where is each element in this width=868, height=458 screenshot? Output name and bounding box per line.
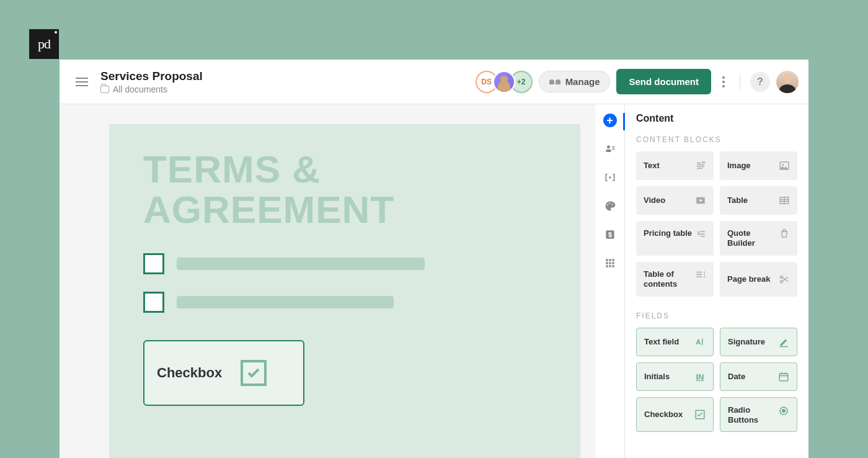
- svg-point-0: [607, 145, 610, 148]
- grid-icon: [604, 257, 616, 269]
- more-options-button[interactable]: [717, 71, 730, 92]
- pricing-icon: $: [695, 228, 706, 240]
- palette-icon: [604, 200, 616, 212]
- brand-logo: pd: [29, 29, 59, 59]
- manage-label: Manage: [565, 76, 600, 87]
- rail-recipients[interactable]: [603, 141, 618, 156]
- field-signature[interactable]: Signature: [720, 328, 797, 356]
- people-icon: [549, 79, 560, 84]
- block-quote-builder[interactable]: Quote Builder: [720, 221, 797, 256]
- checkbox-placeholder[interactable]: [143, 253, 164, 274]
- brackets-icon: [604, 171, 616, 184]
- quote-icon: [779, 228, 790, 240]
- svg-rect-18: [612, 265, 614, 267]
- header-actions: DS +2 Manage Send document ?: [480, 69, 799, 94]
- send-document-button[interactable]: Send document: [616, 69, 711, 94]
- image-icon: [779, 160, 790, 171]
- block-page-break[interactable]: Page break: [720, 262, 797, 297]
- svg-rect-30: [779, 374, 788, 381]
- svg-point-26: [704, 276, 705, 277]
- table-icon: [779, 195, 790, 206]
- dragging-checkbox-block[interactable]: Checkbox: [143, 340, 304, 406]
- svg-rect-14: [609, 262, 611, 264]
- help-button[interactable]: ?: [750, 72, 770, 92]
- divider: [740, 73, 740, 91]
- document-canvas[interactable]: TERMS & AGREEMENT Checkbox: [60, 104, 595, 458]
- block-video[interactable]: Video: [636, 186, 714, 215]
- svg-rect-16: [606, 265, 608, 267]
- dollar-icon: $: [604, 228, 616, 241]
- section-content-blocks: CONTENT BLOCKS: [636, 135, 797, 144]
- calendar-icon: [778, 371, 789, 382]
- field-date[interactable]: Date: [720, 362, 797, 391]
- svg-rect-11: [609, 259, 611, 261]
- content-panel: Content CONTENT BLOCKS Text Image Video …: [625, 104, 808, 458]
- field-text[interactable]: Text field A: [636, 328, 714, 356]
- svg-rect-3: [612, 148, 614, 150]
- svg-rect-13: [606, 262, 608, 264]
- rail-apps[interactable]: [603, 256, 618, 271]
- panel-title: Content: [636, 113, 797, 124]
- breadcrumb-label: All documents: [113, 84, 167, 94]
- svg-point-7: [611, 204, 613, 205]
- svg-point-25: [704, 274, 705, 275]
- signature-icon: [778, 336, 789, 348]
- svg-text:A: A: [696, 338, 701, 346]
- plus-circle-icon: +: [603, 114, 617, 127]
- recipients-icon: [604, 143, 616, 155]
- content-blocks-grid: Text Image Video Table Pricing table: [636, 151, 797, 297]
- breadcrumb[interactable]: All documents: [100, 84, 480, 94]
- app-window: Services Proposal All documents DS +2 Ma…: [60, 60, 808, 458]
- checkbox-icon: [241, 360, 267, 386]
- text-placeholder: [177, 296, 394, 308]
- user-avatar[interactable]: [776, 71, 799, 93]
- checklist-row: [143, 253, 546, 274]
- hamburger-icon: [76, 78, 88, 86]
- checkbox-field-icon: [694, 409, 706, 420]
- menu-button[interactable]: [69, 70, 94, 94]
- svg-rect-1: [606, 150, 611, 152]
- block-pricing-table[interactable]: Pricing table $: [636, 221, 714, 256]
- block-text[interactable]: Text: [636, 151, 714, 180]
- svg-point-33: [782, 409, 786, 413]
- video-icon: [695, 195, 706, 206]
- block-image[interactable]: Image: [720, 151, 797, 180]
- svg-rect-12: [612, 259, 614, 261]
- svg-text:$: $: [608, 231, 611, 238]
- toc-icon: [695, 269, 706, 281]
- checkbox-placeholder[interactable]: [143, 292, 164, 313]
- rail-variables[interactable]: [603, 170, 618, 185]
- fields-grid: Text field A Signature Initials IN Date …: [636, 328, 797, 432]
- svg-rect-10: [606, 259, 608, 261]
- rail-pricing[interactable]: $: [603, 227, 618, 242]
- page-heading-line1: TERMS &: [143, 149, 546, 189]
- text-placeholder: [177, 258, 425, 270]
- field-radio[interactable]: Radio Buttons: [720, 397, 797, 432]
- section-fields: FIELDS: [636, 312, 797, 320]
- rail-add-content[interactable]: +: [603, 113, 618, 128]
- rail-design[interactable]: [603, 199, 618, 213]
- main-area: TERMS & AGREEMENT Checkbox: [60, 104, 808, 458]
- block-table[interactable]: Table: [720, 186, 797, 215]
- svg-point-24: [704, 271, 705, 272]
- block-toc[interactable]: Table of contents: [636, 262, 714, 297]
- svg-point-20: [782, 164, 784, 166]
- avatar-photo[interactable]: [493, 71, 515, 93]
- initials-icon: IN: [694, 371, 706, 382]
- svg-text:$: $: [698, 231, 701, 236]
- field-checkbox[interactable]: Checkbox: [636, 397, 714, 432]
- svg-point-5: [606, 204, 608, 205]
- text-field-icon: A: [694, 336, 706, 348]
- document-page[interactable]: TERMS & AGREEMENT Checkbox: [109, 124, 580, 458]
- field-initials[interactable]: Initials IN: [636, 362, 714, 391]
- header: Services Proposal All documents DS +2 Ma…: [60, 60, 808, 104]
- svg-rect-15: [612, 262, 614, 264]
- checklist-row: [143, 292, 546, 313]
- manage-button[interactable]: Manage: [539, 71, 611, 92]
- collaborator-avatars[interactable]: DS +2: [480, 71, 533, 93]
- brand-logo-text: pd: [38, 36, 50, 52]
- text-icon: [695, 160, 706, 171]
- tool-rail: + $: [595, 104, 625, 458]
- svg-rect-17: [609, 265, 611, 267]
- title-area: Services Proposal All documents: [100, 70, 480, 94]
